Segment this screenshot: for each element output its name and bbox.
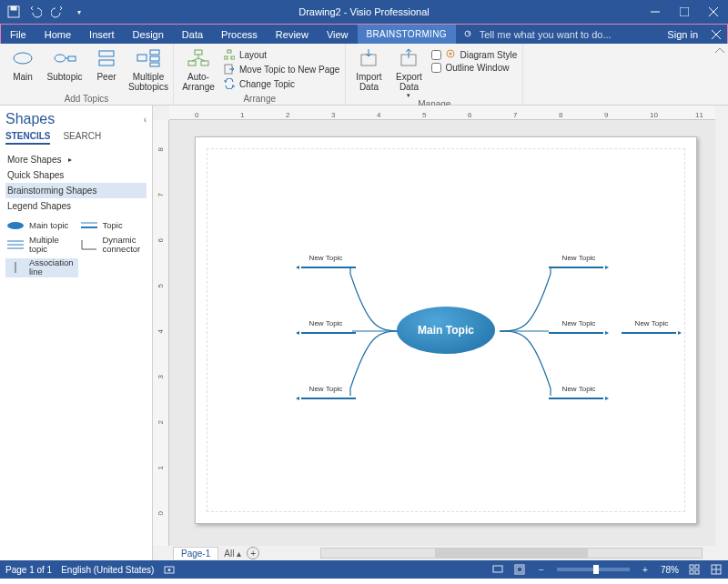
topic-shape-7[interactable]: New Topic▸ (622, 319, 682, 337)
peer-button[interactable]: Peer (89, 46, 124, 82)
add-page-button[interactable]: + (247, 547, 259, 559)
auto-arrange-icon (186, 46, 211, 70)
tab-review[interactable]: Review (267, 25, 318, 44)
svg-rect-48 (695, 570, 699, 574)
stencils-tab[interactable]: STENCILS (5, 131, 50, 145)
multiple-subtopics-button[interactable]: Multiple Subtopics (129, 46, 167, 92)
zoom-in-icon[interactable]: + (639, 563, 652, 576)
shape-multiple-topic[interactable]: Multiple topic (5, 236, 74, 255)
svg-rect-17 (150, 56, 159, 61)
tell-me-placeholder: Tell me what you want to do... (480, 29, 612, 40)
save-icon[interactable] (5, 4, 22, 20)
move-topic-button[interactable]: Move Topic to New Page (223, 63, 339, 76)
tab-data[interactable]: Data (173, 25, 212, 44)
svg-rect-47 (690, 570, 693, 574)
ribbon-close-icon[interactable] (705, 25, 727, 44)
close-button[interactable] (699, 0, 728, 24)
shape-main-topic[interactable]: Main topic (5, 219, 74, 232)
svg-rect-44 (517, 567, 522, 572)
layout-button[interactable]: Layout (223, 48, 339, 61)
page-tab-1[interactable]: Page-1 (173, 547, 218, 559)
redo-icon[interactable] (49, 4, 66, 20)
topic-shape-4[interactable]: New Topic▸ (549, 254, 609, 271)
shapes-title: Shapes ‹ (5, 111, 147, 127)
tab-home[interactable]: Home (35, 25, 80, 44)
subtopic-button[interactable]: Subtopic (46, 46, 84, 82)
ribbon: Main Subtopic Peer Multiple Subtopics Ad… (0, 44, 728, 106)
more-shapes-item[interactable]: More Shapes▸ (5, 152, 147, 167)
qat-customize-icon[interactable]: ▾ (71, 4, 87, 20)
ribbon-collapse-icon[interactable] (712, 44, 728, 105)
presentation-mode-icon[interactable] (491, 563, 504, 576)
sign-in-link[interactable]: Sign in (660, 25, 705, 44)
zoom-out-icon[interactable]: − (535, 563, 548, 576)
svg-rect-45 (690, 565, 693, 569)
zoom-slider[interactable] (557, 568, 630, 571)
vertical-ruler: 8 7 6 5 4 3 2 1 0 (153, 120, 169, 546)
line-icon (79, 219, 99, 232)
fit-page-icon[interactable] (513, 563, 526, 576)
import-data-button[interactable]: Import Data (351, 46, 386, 92)
svg-rect-27 (231, 56, 235, 59)
canvas-area: 0 1 2 3 4 5 6 7 8 9 10 11 8 7 6 5 4 3 2 … (153, 106, 728, 560)
svg-rect-14 (99, 60, 114, 65)
status-language: English (United States) (61, 565, 154, 575)
tab-process[interactable]: Process (212, 25, 267, 44)
auto-arrange-button[interactable]: Auto- Arrange (179, 46, 217, 92)
svg-rect-20 (188, 61, 196, 65)
svg-rect-15 (137, 55, 147, 61)
svg-point-32 (450, 53, 452, 55)
topic-shape-6[interactable]: New Topic▸ (549, 385, 609, 402)
main-button[interactable]: Main (5, 46, 40, 82)
shape-topic[interactable]: Topic (79, 219, 147, 232)
tab-file[interactable]: File (1, 25, 35, 44)
pan-zoom-icon[interactable] (710, 563, 723, 576)
topic-shape-5[interactable]: New Topic▸ (549, 319, 609, 337)
main-topic-shape[interactable]: Main Topic (397, 307, 495, 354)
group-add-topics: Main Subtopic Peer Multiple Subtopics Ad… (0, 44, 174, 105)
undo-icon[interactable] (27, 4, 44, 20)
horizontal-scrollbar[interactable] (308, 546, 715, 560)
status-bar: Page 1 of 1 English (United States) − + … (0, 560, 728, 579)
legend-shapes-item[interactable]: Legend Shapes (5, 198, 147, 214)
group-arrange-label: Arrange (179, 94, 339, 105)
brainstorming-shapes-item[interactable]: Brainstorming Shapes (5, 183, 147, 198)
quick-access-toolbar: ▾ (0, 4, 87, 20)
drawing-page[interactable]: Main Topic New Topic◂ New Topic◂ New Top… (195, 136, 697, 524)
shape-dynamic-connector[interactable]: Dynamic connector (79, 236, 147, 255)
search-tab[interactable]: SEARCH (63, 131, 101, 145)
shapes-collapse-icon[interactable]: ‹ (144, 115, 147, 125)
diagram-style-checkbox[interactable]: Diagram Style (431, 48, 517, 61)
connector-icon (79, 238, 99, 251)
tell-me-search[interactable]: Tell me what you want to do... (456, 25, 661, 44)
tab-view[interactable]: View (318, 25, 358, 44)
export-data-button[interactable]: Export Data▾ (391, 46, 426, 99)
quick-shapes-item[interactable]: Quick Shapes (5, 167, 147, 183)
minimize-button[interactable] (641, 0, 670, 24)
canvas[interactable]: Main Topic New Topic◂ New Topic◂ New Top… (169, 120, 715, 546)
macro-record-icon[interactable] (163, 563, 176, 576)
svg-rect-25 (228, 50, 231, 53)
ribbon-tabs: File Home Insert Design Data Process Rev… (0, 24, 728, 44)
peer-icon (94, 46, 119, 70)
main-topic-icon (10, 46, 35, 70)
fit-window-icon[interactable] (688, 563, 701, 576)
tab-insert[interactable]: Insert (80, 25, 124, 44)
tab-design[interactable]: Design (124, 25, 173, 44)
vertical-scrollbar[interactable] (715, 120, 728, 546)
shape-association-line[interactable]: Association line (5, 258, 78, 277)
multi-line-icon (5, 238, 25, 251)
tab-brainstorming[interactable]: BRAINSTORMING (358, 25, 456, 44)
change-topic-button[interactable]: Change Topic (223, 77, 339, 90)
topic-shape-2[interactable]: New Topic◂ (296, 319, 356, 337)
maximize-button[interactable] (670, 0, 699, 24)
svg-rect-42 (493, 566, 502, 572)
layout-icon (223, 48, 236, 61)
topic-shape-3[interactable]: New Topic◂ (296, 385, 356, 402)
svg-rect-11 (68, 56, 76, 61)
topic-shape-1[interactable]: New Topic◂ (296, 254, 356, 271)
all-pages-tab[interactable]: All ▴ (224, 549, 241, 559)
outline-window-checkbox[interactable]: Outline Window (431, 63, 517, 73)
multiple-subtopics-icon (136, 46, 161, 70)
svg-rect-16 (150, 50, 159, 55)
